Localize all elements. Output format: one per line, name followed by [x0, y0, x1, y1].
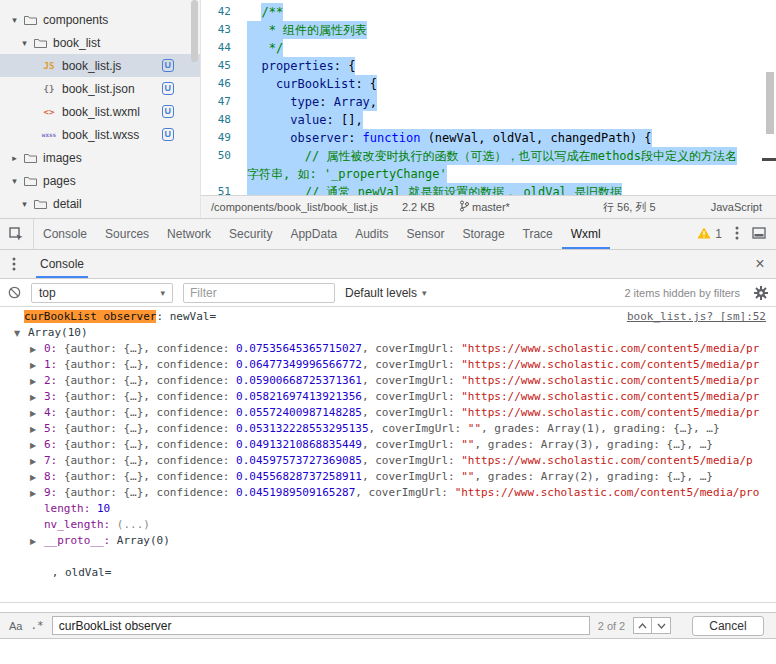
code-line[interactable]: 44 */: [201, 39, 776, 57]
code-text: (newVal, oldVal, changedPath) {: [420, 131, 651, 145]
code-text: Array: [334, 95, 370, 109]
language-mode: JavaScript: [711, 201, 762, 213]
search-input[interactable]: [52, 616, 590, 635]
tree-item-images[interactable]: ▸ images: [0, 146, 200, 169]
collapse-triangle-icon[interactable]: ▼: [14, 326, 28, 342]
warning-counter[interactable]: 1: [697, 227, 722, 242]
chevron-right-icon[interactable]: ▸: [8, 153, 21, 163]
tab-sensor[interactable]: Sensor: [398, 219, 454, 249]
array-item-row: ▶9: {author: {…}, confidence: 0.04519895…: [0, 485, 776, 501]
code-line[interactable]: 51 // 通常 newVal 就是新设置的数据， oldVal 是旧数据: [201, 183, 776, 195]
array-item-row: ▶7: {author: {…}, confidence: 0.04597573…: [0, 453, 776, 469]
file-explorer: ▾ components ▾ book_list JS book_list.js…: [0, 0, 200, 218]
tree-item-detail[interactable]: ▾ detail: [0, 192, 200, 215]
expand-triangle-icon[interactable]: ▶: [30, 358, 44, 374]
getter-ellipsis[interactable]: (...): [117, 518, 150, 531]
expand-triangle-icon[interactable]: ▶: [30, 422, 44, 438]
line-number: 47: [201, 93, 247, 111]
tree-item-book-list-json[interactable]: {} book_list.json U: [0, 77, 200, 100]
code-line[interactable]: 43 * 组件的属性列表: [201, 21, 776, 39]
tree-item-book-list-js[interactable]: JS book_list.js U: [0, 54, 200, 77]
close-drawer-icon[interactable]: ×: [744, 250, 776, 278]
object-preview: , coverImgUrl:: [362, 406, 461, 419]
code-line[interactable]: 48 value: [],: [201, 111, 776, 129]
log-levels-dropdown[interactable]: Default levels ▾: [345, 286, 427, 300]
previous-match-icon[interactable]: [633, 617, 652, 634]
code-line[interactable]: 50 // 属性被改变时执行的函数（可选），也可以写成在methods段中定义的…: [201, 147, 776, 165]
tree-item-book-list[interactable]: ▾ book_list: [0, 31, 200, 54]
file-path: /components/book_list/book_list.js: [211, 201, 378, 213]
number-value: 0.05572400987148285: [236, 406, 362, 419]
code-line[interactable]: 47 type: Array,: [201, 93, 776, 111]
expand-triangle-icon[interactable]: ▶: [30, 486, 44, 502]
tab-wxml[interactable]: Wxml: [562, 219, 610, 249]
object-preview: , coverImgUrl:: [362, 358, 461, 371]
next-match-icon[interactable]: [652, 617, 671, 634]
dock-side-icon[interactable]: [752, 227, 766, 242]
execution-context-selector[interactable]: top ▾: [31, 283, 173, 303]
inspect-element-button[interactable]: [0, 219, 34, 249]
editor-scrollbar-thumb[interactable]: [766, 72, 774, 134]
tab-trace[interactable]: Trace: [514, 219, 562, 249]
object-preview: {author: {…}, confidence:: [64, 406, 236, 419]
line-number: 43: [201, 21, 247, 39]
source-location-link[interactable]: book_list.js? [sm]:52: [627, 309, 766, 325]
code-line[interactable]: 49 observer: function (newVal, oldVal, c…: [201, 129, 776, 147]
code-text: curBookList: [247, 77, 355, 91]
code-line[interactable]: 46 curBookList: {: [201, 75, 776, 93]
length-property-row: length: 10: [0, 501, 776, 517]
console-settings-gear-icon[interactable]: [754, 286, 768, 300]
number-value: 0.04556828737258911: [236, 470, 362, 483]
oldval-changedpath-row: , oldVal= ▼Array(0)i length: 0 nv_length…: [0, 549, 776, 597]
expand-triangle-icon[interactable]: ▶: [30, 454, 44, 470]
array-preview: Array(10): [28, 326, 88, 339]
code-text: : {: [355, 77, 377, 91]
tab-sources[interactable]: Sources: [96, 219, 158, 249]
sidebar-scrollbar[interactable]: [191, 0, 198, 62]
number-value: 0.05821697413921356: [236, 390, 362, 403]
match-case-toggle[interactable]: Aa: [9, 620, 22, 632]
string-value: "https://www.scholastic.com/content5/med…: [461, 358, 759, 371]
code-line[interactable]: 42 /**: [201, 3, 776, 21]
regex-toggle[interactable]: .*: [30, 619, 43, 632]
property-key: 6:: [44, 438, 64, 451]
expand-triangle-icon[interactable]: ▶: [30, 438, 44, 454]
tree-item-book-list-wxss[interactable]: wxss book_list.wxss U: [0, 123, 200, 146]
tree-item-book-list-wxml[interactable]: <> book_list.wxml U: [0, 100, 200, 123]
tab-console[interactable]: Console: [34, 219, 96, 249]
cancel-button[interactable]: Cancel: [692, 616, 763, 636]
search-match-highlight: curBookList observer: [24, 310, 156, 323]
tab-storage[interactable]: Storage: [454, 219, 514, 249]
tab-security[interactable]: Security: [220, 219, 281, 249]
code-editor[interactable]: 42 /** 43 * 组件的属性列表 44 */ 45 properties:…: [201, 0, 776, 195]
tree-item-label: book_list.json: [62, 82, 135, 96]
tree-item-pages[interactable]: ▾ pages: [0, 169, 200, 192]
chevron-down-icon[interactable]: ▾: [8, 176, 21, 186]
expand-triangle-icon[interactable]: ▶: [30, 534, 44, 550]
git-untracked-badge: U: [162, 59, 175, 72]
expand-triangle-icon[interactable]: ▶: [30, 406, 44, 422]
expand-triangle-icon[interactable]: ▶: [30, 390, 44, 406]
code-line[interactable]: 字符串, 如: '_propertyChange': [201, 165, 776, 183]
tree-item-label: book_list: [53, 36, 100, 50]
code-line[interactable]: 45 properties: {: [201, 57, 776, 75]
more-options-icon[interactable]: [735, 226, 739, 243]
log-levels-value: Default levels: [345, 286, 417, 300]
expand-triangle-icon[interactable]: ▶: [30, 470, 44, 486]
code-text: 字符串, 如: '_propertyChange': [247, 167, 447, 181]
tab-appdata[interactable]: AppData: [281, 219, 346, 249]
expand-triangle-icon[interactable]: ▶: [30, 342, 44, 358]
scrollbar-cursor-mark: [762, 158, 776, 161]
console-filter-input[interactable]: [183, 283, 335, 303]
chevron-down-icon[interactable]: ▾: [18, 38, 31, 48]
drawer-tab-console[interactable]: Console: [36, 250, 88, 278]
tab-audits[interactable]: Audits: [346, 219, 397, 249]
clear-console-icon[interactable]: [8, 286, 21, 299]
line-number: 50: [201, 147, 247, 165]
expand-triangle-icon[interactable]: ▶: [30, 374, 44, 390]
drawer-menu-icon[interactable]: [0, 250, 28, 278]
chevron-down-icon[interactable]: ▾: [8, 15, 21, 25]
tab-network[interactable]: Network: [158, 219, 220, 249]
chevron-down-icon[interactable]: ▾: [18, 199, 31, 209]
tree-item-components[interactable]: ▾ components: [0, 8, 200, 31]
